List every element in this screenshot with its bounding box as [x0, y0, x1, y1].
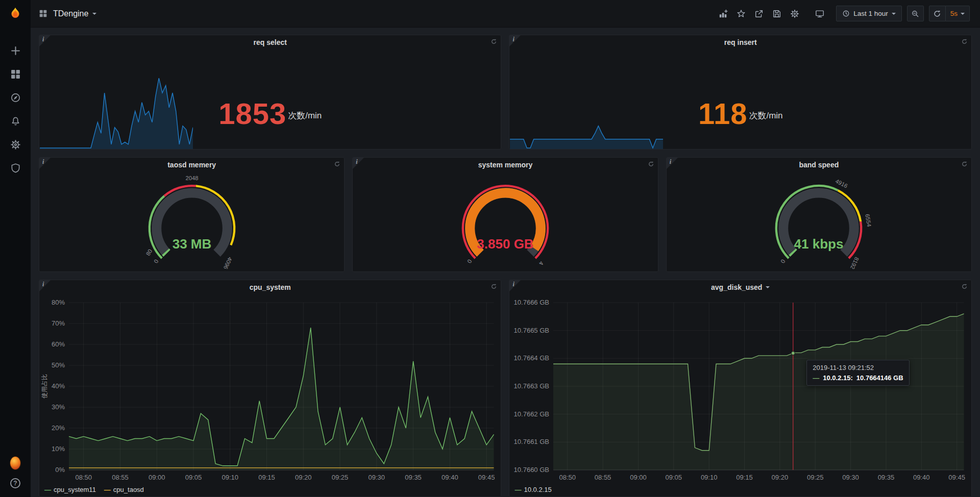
- panel-req-select: i req select 1853次数/min: [39, 35, 501, 150]
- cycle-view-mode-button[interactable]: [812, 6, 827, 21]
- graph-legend: —cpu_system11—cpu_taosd: [44, 486, 144, 493]
- graph-tooltip: 2019-11-13 09:21:52 — 10.0.2.15: 10.7664…: [806, 360, 909, 386]
- clock-icon: [842, 10, 850, 17]
- svg-text:09:00: 09:00: [630, 474, 647, 481]
- sidebar-bottom: ?: [10, 457, 21, 497]
- svg-text:09:30: 09:30: [843, 474, 860, 481]
- svg-text:09:10: 09:10: [222, 474, 238, 481]
- svg-text:09:15: 09:15: [737, 474, 753, 481]
- svg-text:08:50: 08:50: [75, 474, 92, 481]
- chevron-down-icon: [961, 13, 965, 15]
- panel-cpu-system: i cpu_system 08:5008:5509:0009:0509:1009…: [39, 280, 501, 497]
- dashboard-title-button[interactable]: TDengine: [53, 9, 96, 18]
- panel-header[interactable]: system memory: [353, 158, 657, 172]
- svg-text:08:55: 08:55: [595, 474, 611, 481]
- bell-icon: [10, 116, 21, 127]
- share-icon: [754, 9, 764, 18]
- svg-text:09:25: 09:25: [332, 474, 349, 481]
- share-dashboard-button[interactable]: [751, 6, 767, 21]
- star-icon: [737, 9, 746, 18]
- sidebar-item-alerting[interactable]: [10, 115, 21, 127]
- svg-text:20%: 20%: [52, 424, 65, 432]
- svg-text:09:05: 09:05: [666, 474, 682, 481]
- tooltip-series-value: 10.7664146 GB: [856, 374, 903, 382]
- panel-info-icon[interactable]: i: [667, 158, 678, 169]
- navbar: TDengine Las: [31, 0, 980, 28]
- sidebar-item-server-admin[interactable]: [10, 162, 21, 173]
- svg-text:09:00: 09:00: [149, 474, 165, 481]
- panel-title[interactable]: cpu_system: [250, 283, 291, 291]
- plus-icon: [10, 45, 21, 56]
- panel-info-icon[interactable]: i: [353, 158, 364, 169]
- svg-text:10.7662 GB: 10.7662 GB: [514, 410, 549, 418]
- system-memory-gauge: 043.850 GB: [452, 176, 558, 269]
- panel-header[interactable]: avg_disk_used: [509, 280, 971, 294]
- legend-item[interactable]: —cpu_taosd: [104, 486, 144, 493]
- refresh-icon: [933, 10, 941, 18]
- shield-icon: [10, 163, 21, 173]
- panel-title[interactable]: band speed: [799, 161, 839, 169]
- panel-info-icon[interactable]: i: [39, 158, 51, 169]
- refresh-picker: 5s: [929, 6, 970, 21]
- svg-text:80: 80: [144, 248, 153, 257]
- panel-title[interactable]: req insert: [724, 38, 757, 46]
- help-icon: ?: [10, 478, 20, 488]
- star-dashboard-button[interactable]: [733, 6, 749, 21]
- sidebar-item-help[interactable]: ?: [10, 478, 21, 489]
- panel-title[interactable]: taosd memery: [167, 161, 216, 169]
- panel-title[interactable]: req select: [254, 38, 287, 46]
- panel-header[interactable]: taosd memery: [39, 158, 344, 172]
- legend-series-marker: —: [514, 486, 521, 493]
- sidebar-item-profile[interactable]: [10, 457, 21, 468]
- navbar-left: TDengine: [39, 9, 96, 18]
- panel-info-icon[interactable]: i: [509, 35, 521, 46]
- panel-header[interactable]: cpu_system: [39, 280, 501, 294]
- panel-header[interactable]: band speed: [667, 158, 971, 172]
- panel-band-speed: i band speed 049166554819241 kbps: [666, 157, 972, 272]
- dashboard-settings-button[interactable]: [787, 6, 802, 21]
- svg-text:09:20: 09:20: [772, 474, 789, 481]
- time-range-picker[interactable]: Last 1 hour: [836, 6, 902, 21]
- compass-icon: [10, 92, 21, 103]
- panel-loading-icon: [491, 38, 497, 45]
- legend-item[interactable]: —cpu_system11: [44, 486, 96, 493]
- zoom-out-button[interactable]: [907, 6, 924, 21]
- avg-disk-used-graph[interactable]: 08:5008:5509:0009:0509:1009:1509:2009:25…: [509, 294, 971, 484]
- legend-item[interactable]: —10.0.2.15: [514, 486, 551, 493]
- svg-text:10.7664 GB: 10.7664 GB: [514, 354, 549, 362]
- panel-info-icon[interactable]: i: [509, 280, 521, 291]
- add-panel-button[interactable]: [716, 6, 731, 21]
- svg-text:09:45: 09:45: [949, 474, 966, 481]
- svg-text:10.7663 GB: 10.7663 GB: [514, 382, 549, 390]
- save-dashboard-button[interactable]: [769, 6, 785, 21]
- refresh-button[interactable]: [929, 6, 946, 21]
- grafana-logo[interactable]: [0, 0, 31, 28]
- svg-text:70%: 70%: [52, 319, 65, 327]
- panel-avg-disk-used: i avg_disk_used 08:5008:5509:0009:0509:1…: [509, 280, 972, 497]
- panel-header[interactable]: req insert: [509, 35, 971, 49]
- panel-loading-icon: [961, 161, 968, 167]
- panel-header[interactable]: req select: [39, 35, 501, 49]
- sidebar-item-dashboards[interactable]: [10, 68, 21, 80]
- svg-text:4916: 4916: [835, 178, 849, 189]
- refresh-interval-picker[interactable]: 5s: [946, 6, 970, 21]
- panel-info-icon[interactable]: i: [39, 280, 51, 291]
- panel-menu-caret-icon[interactable]: [766, 286, 770, 288]
- cpu-system-graph[interactable]: 08:5008:5509:0009:0509:1009:1509:2009:25…: [39, 294, 501, 484]
- sidebar-item-explore[interactable]: [10, 92, 21, 103]
- panel-loading-icon: [648, 161, 654, 167]
- monitor-icon: [815, 9, 824, 18]
- panel-loading-icon: [491, 283, 497, 290]
- dashboards-grid-icon: [10, 69, 21, 80]
- panel-taosd-memory: i taosd memery 0802048409633 MB: [39, 157, 345, 272]
- sidebar-item-configuration[interactable]: [10, 139, 21, 150]
- sidebar-item-create[interactable]: [10, 45, 21, 56]
- svg-text:09:45: 09:45: [478, 474, 495, 481]
- save-icon: [772, 9, 781, 18]
- svg-text:08:55: 08:55: [112, 474, 129, 481]
- panel-info-icon[interactable]: i: [39, 35, 51, 46]
- panel-title[interactable]: avg_disk_used: [711, 283, 762, 291]
- panel-title[interactable]: system memory: [478, 161, 533, 169]
- taosd-memory-gauge: 0802048409633 MB: [139, 176, 245, 269]
- svg-text:30%: 30%: [52, 403, 65, 411]
